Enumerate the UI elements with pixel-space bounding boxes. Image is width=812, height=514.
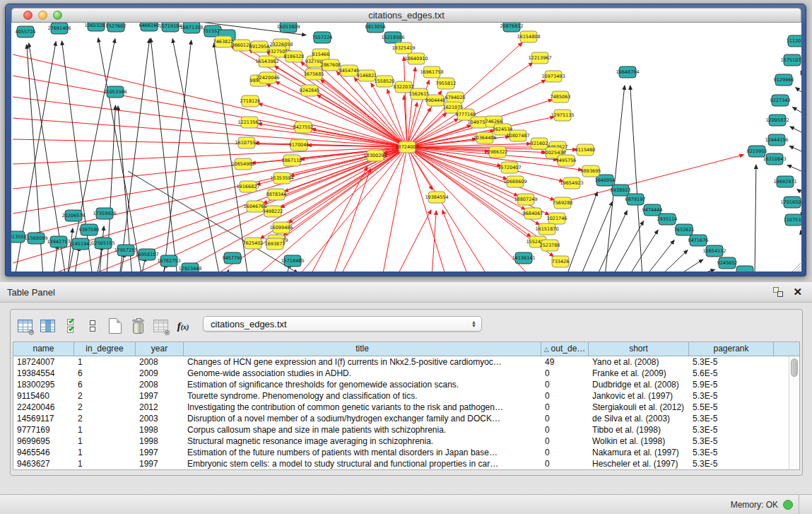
graph-node-label: 9245652 bbox=[717, 260, 738, 266]
row-options-button[interactable] bbox=[83, 316, 102, 336]
graph-node-label: 16782753 bbox=[157, 258, 180, 264]
graph-edge bbox=[163, 40, 192, 271]
resize-grip-icon[interactable] bbox=[798, 269, 801, 271]
table-header-row[interactable]: namein_degreeyeartitle△out_de…shortpager… bbox=[13, 342, 799, 356]
column-header-name[interactable]: name bbox=[13, 342, 74, 356]
column-header-year[interactable]: year bbox=[136, 342, 184, 356]
graph-node-label: 11451942 bbox=[69, 241, 92, 247]
table-row[interactable]: 946362711997Embryonic stem cells: a mode… bbox=[13, 458, 799, 469]
sort-ascending-icon: △ bbox=[544, 346, 549, 353]
graph-node-label: 8813054 bbox=[365, 24, 386, 30]
table-row[interactable]: 977716911998Corpus callosum shape and si… bbox=[13, 424, 799, 436]
table-cell: 0 bbox=[541, 379, 589, 390]
resize-grip-icon[interactable] bbox=[795, 266, 801, 271]
table-row[interactable]: 1872400712008Changes of HCN gene express… bbox=[13, 356, 799, 368]
table-row[interactable]: 1456911722003Disruption of a novel membe… bbox=[13, 413, 799, 424]
graph-edge bbox=[580, 201, 613, 271]
table-cell: Changes of HCN gene expression and I(f) … bbox=[184, 356, 541, 368]
scrollbar-thumb[interactable] bbox=[791, 358, 798, 377]
graph-node-label: 733426 bbox=[552, 259, 570, 264]
graph-edge bbox=[789, 146, 801, 151]
graph-edge bbox=[792, 107, 801, 112]
table-mode-button[interactable]: ⚙ bbox=[15, 316, 35, 336]
graph-edge bbox=[801, 71, 801, 72]
graph-node-label: 2986322 bbox=[488, 149, 508, 155]
graph-node-label: 20364486 bbox=[473, 135, 496, 141]
graph-node-label: 9146821 bbox=[357, 73, 377, 78]
table-cell: Tibbo et al. (1998) bbox=[589, 424, 689, 436]
graph-node-label: 821602 bbox=[531, 141, 548, 146]
graph-edge bbox=[630, 86, 642, 271]
column-header-short[interactable]: short bbox=[589, 342, 689, 356]
graph-node-label: 1527602 bbox=[106, 23, 126, 29]
graph-edge bbox=[382, 147, 407, 271]
graph-edge bbox=[676, 259, 703, 271]
graph-node-label: 9129966 bbox=[774, 77, 794, 83]
table-cell: Hescheler et al. (1997) bbox=[589, 458, 689, 469]
graph-edge bbox=[596, 211, 627, 271]
graph-node-label: 6794028 bbox=[445, 95, 466, 100]
table-cell: 0 bbox=[541, 436, 589, 447]
show-columns-button[interactable] bbox=[37, 316, 57, 336]
table-cell: 5.3E-5 bbox=[689, 424, 774, 436]
table-cell: 22420046 bbox=[13, 402, 74, 413]
table-cell: de Silva et al. (2003) bbox=[589, 413, 689, 424]
graph-node-label: 8471676 bbox=[688, 238, 709, 243]
close-panel-icon[interactable]: ✕ bbox=[793, 287, 802, 297]
table-row[interactable]: 2242004622012Investigating the contribut… bbox=[13, 402, 799, 413]
table-body: 1872400712008Changes of HCN gene express… bbox=[13, 356, 799, 469]
graph-node-label: 12444156 bbox=[765, 137, 788, 143]
graph-node-label: 7569288 bbox=[553, 200, 573, 206]
graph-node-label: 20206576 bbox=[61, 213, 85, 218]
table-cell: 0 bbox=[541, 447, 589, 458]
select-all-button[interactable] bbox=[60, 316, 80, 336]
table-cell: 1997 bbox=[136, 447, 184, 458]
table-row[interactable]: 911546021997Tourette syndrome. Phenomeno… bbox=[13, 390, 799, 402]
delete-table-button[interactable] bbox=[128, 316, 148, 336]
column-header-title[interactable]: title bbox=[184, 342, 541, 356]
graph-node-label: 18640910 bbox=[404, 56, 428, 62]
column-header-pagerank[interactable]: pagerank bbox=[689, 342, 774, 356]
graph-edge bbox=[407, 147, 488, 271]
memory-status: Memory: OK bbox=[731, 495, 799, 514]
graph-edge bbox=[796, 88, 801, 92]
graph-edge bbox=[396, 210, 431, 271]
table-cell: 9465546 bbox=[13, 447, 74, 458]
graph-node-label: 4055724 bbox=[16, 29, 36, 35]
table-cell: 5.6E-5 bbox=[689, 368, 774, 379]
table-cell: 1 bbox=[74, 356, 136, 368]
table-cell: Tourette syndrome. Phenomenology and cla… bbox=[184, 390, 541, 402]
table-cell: 19384554 bbox=[13, 368, 74, 379]
graph-edge bbox=[787, 165, 801, 171]
function-builder-button[interactable]: f(x) bbox=[173, 316, 193, 336]
graph-edge bbox=[442, 210, 469, 271]
table-cell: 1 bbox=[74, 424, 136, 436]
window-titlebar[interactable]: citations_edges.txt bbox=[11, 8, 801, 23]
table-row[interactable]: 1830029562008Estimation of significance … bbox=[13, 379, 799, 390]
table-scrollbar[interactable] bbox=[789, 356, 799, 469]
table-row[interactable]: 946554611997Estimation of the future num… bbox=[13, 447, 799, 458]
column-header-out_de[interactable]: △out_de… bbox=[541, 342, 589, 356]
table-cell: 0 bbox=[541, 368, 589, 379]
graph-node-label: 10719184 bbox=[158, 23, 182, 29]
graph-node-label: 16543982 bbox=[255, 59, 278, 64]
table-cell: 5.3E-5 bbox=[689, 436, 774, 447]
graph-node-label: 6879197 bbox=[625, 197, 646, 202]
graph-node-label: 8427552 bbox=[293, 124, 314, 130]
table-cell: 0 bbox=[541, 458, 589, 469]
network-view-window: citations_edges.txt 40557242769140610653… bbox=[5, 4, 806, 276]
table-cell: Yano et al. (2008) bbox=[589, 356, 689, 368]
graph-node-label: 15353594 bbox=[270, 175, 293, 181]
column-header-in_degree[interactable]: in_degree bbox=[74, 342, 136, 356]
table-row[interactable]: 1938455462009Genome-wide association stu… bbox=[13, 368, 799, 379]
graph-edge bbox=[151, 38, 177, 271]
graph-node-label: 11568099 bbox=[24, 235, 47, 241]
table-selector-dropdown[interactable]: citations_edges.txt ▲▼ bbox=[203, 316, 482, 332]
network-canvas[interactable]: 4055724276914061065328715276026466160107… bbox=[11, 23, 801, 271]
table-row[interactable]: 969969511998Structural magnetic resonanc… bbox=[13, 436, 799, 447]
table-cell: Jankovic et al. (1997) bbox=[589, 390, 689, 402]
float-panel-icon[interactable] bbox=[773, 287, 783, 297]
graph-node[interactable] bbox=[736, 266, 753, 271]
new-table-button[interactable] bbox=[105, 316, 125, 336]
graph-edge bbox=[801, 230, 801, 235]
